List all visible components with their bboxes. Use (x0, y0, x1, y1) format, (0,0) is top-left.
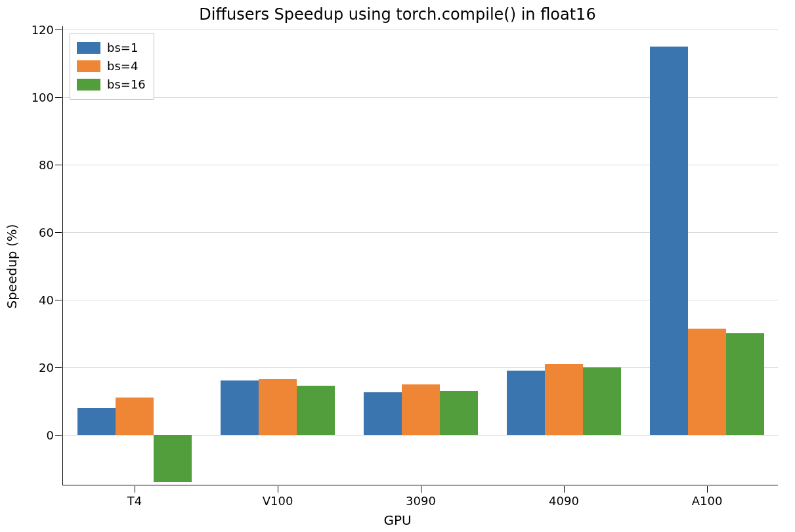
legend-swatch-bs16 (77, 79, 100, 91)
bar (297, 386, 335, 435)
y-tick-label: 0 (47, 428, 54, 441)
bar (116, 398, 154, 435)
x-tick-label: T4 (127, 494, 142, 508)
bar (440, 391, 478, 435)
y-tick (55, 97, 62, 98)
y-tick (55, 300, 62, 300)
legend-item-bs4: bs=4 (77, 57, 146, 75)
chart-title: Diffusers Speedup using torch.compile() … (0, 5, 795, 24)
x-tick (135, 486, 135, 493)
y-tick-label: 20 (39, 360, 54, 374)
legend-swatch-bs4 (77, 60, 100, 72)
bar (726, 333, 764, 434)
bar (364, 392, 402, 434)
plot-area: bs=1 bs=4 bs=16 020406080100120T4V100309… (62, 26, 778, 485)
y-tick (55, 367, 62, 368)
bar (154, 435, 192, 482)
bar (583, 367, 621, 435)
y-tick-label: 120 (32, 23, 54, 37)
chart-container: Diffusers Speedup using torch.compile() … (0, 0, 795, 532)
y-tick (55, 165, 62, 165)
x-tick (421, 486, 421, 493)
y-tick-label: 40 (39, 293, 54, 306)
legend-label-bs1: bs=1 (107, 39, 138, 57)
legend-item-bs1: bs=1 (77, 39, 146, 57)
bar (688, 329, 726, 435)
legend-label-bs16: bs=16 (107, 75, 146, 94)
y-tick-label: 60 (39, 225, 54, 239)
y-tick-label: 80 (39, 158, 54, 172)
x-tick-label: 4090 (549, 494, 579, 508)
gridline (63, 30, 778, 30)
x-tick (707, 486, 708, 493)
bar (259, 379, 297, 435)
y-tick-label: 100 (32, 91, 54, 104)
y-tick (55, 30, 62, 30)
bar (545, 364, 583, 435)
x-tick (278, 486, 278, 493)
y-axis-label: Speedup (%) (4, 224, 20, 308)
y-tick (55, 232, 62, 233)
x-axis-label: GPU (0, 512, 795, 528)
legend: bs=1 bs=4 bs=16 (70, 33, 154, 100)
bar (77, 408, 116, 435)
y-tick (55, 435, 62, 436)
x-tick-label: V100 (263, 494, 293, 508)
bar (507, 371, 545, 435)
x-tick-label: 3090 (406, 494, 436, 508)
legend-swatch-bs1 (77, 42, 100, 54)
x-tick-label: A100 (692, 494, 723, 508)
legend-item-bs16: bs=16 (77, 75, 146, 94)
bar (650, 47, 688, 435)
bar (221, 380, 259, 434)
bar (402, 384, 440, 435)
legend-label-bs4: bs=4 (107, 57, 138, 75)
x-tick (564, 486, 565, 493)
